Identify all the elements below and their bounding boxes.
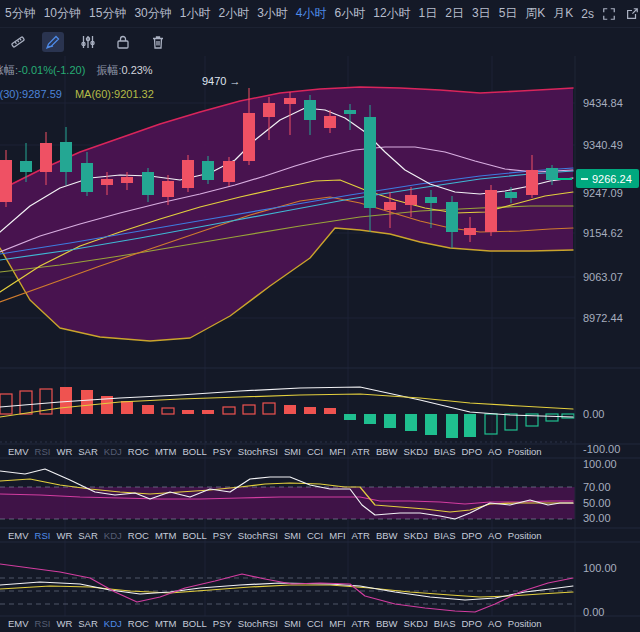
drawing-toolbar (0, 28, 575, 55)
indicator-tab[interactable]: SMI (284, 446, 301, 457)
indicator-tab[interactable]: BIAS (434, 530, 456, 541)
indicator-tab[interactable]: MTM (155, 618, 177, 629)
indicator-tab[interactable]: SMI (284, 618, 301, 629)
indicator-tab[interactable]: SAR (78, 618, 98, 629)
timeframe-button[interactable]: 周K (525, 5, 545, 22)
indicator-tab[interactable]: CCI (307, 618, 323, 629)
tune-icon[interactable] (77, 32, 99, 52)
histogram-bar (344, 414, 356, 420)
pen-icon[interactable] (42, 32, 64, 52)
indicator-tab[interactable]: PSY (213, 618, 232, 629)
indicator-tab[interactable]: ROC (128, 530, 149, 541)
histogram-bar (142, 405, 154, 414)
indicator-tab[interactable]: DPO (462, 530, 483, 541)
axis-label: 9340.49 (583, 139, 623, 151)
indicator-tab[interactable]: BIAS (434, 618, 456, 629)
indicator-tab[interactable]: WR (56, 446, 72, 457)
indicator-tab[interactable]: Position (508, 446, 542, 457)
amplitude-label: 振幅: (96, 64, 121, 76)
indicator-tab[interactable]: KDJ (104, 530, 122, 541)
timeframe-button[interactable]: 2s (581, 7, 594, 21)
timeframe-button[interactable]: 30分钟 (134, 5, 171, 22)
indicator-tab[interactable]: BBW (376, 446, 398, 457)
indicator-tab[interactable]: BOLL (183, 446, 207, 457)
indicator-tab[interactable]: KDJ (104, 446, 122, 457)
indicator-tab[interactable]: ATR (352, 446, 370, 457)
timeframe-button[interactable]: 3小时 (257, 5, 288, 22)
indicator-tab[interactable]: CCI (307, 446, 323, 457)
timeframe-button[interactable]: 2日 (445, 5, 464, 22)
indicator-tab[interactable]: BIAS (434, 446, 456, 457)
indicator-tab[interactable]: AO (488, 618, 502, 629)
axis-label: 30.00 (583, 512, 611, 524)
timeframe-button[interactable]: 月K (553, 5, 573, 22)
indicator-tab[interactable]: RSI (35, 446, 51, 457)
indicator-tab[interactable]: BOLL (183, 618, 207, 629)
indicator-tab[interactable]: SKDJ (404, 530, 428, 541)
axis-label: 9434.84 (583, 97, 623, 109)
indicator-tab[interactable]: SAR (78, 530, 98, 541)
indicator-tab[interactable]: ATR (352, 530, 370, 541)
indicator-tab[interactable]: MTM (155, 530, 177, 541)
indicator-tab[interactable]: SAR (78, 446, 98, 457)
histogram-bar (425, 414, 437, 435)
indicator-tab[interactable]: ATR (352, 618, 370, 629)
indicator-tab[interactable]: DPO (462, 618, 483, 629)
indicator-tab[interactable]: EMV (8, 446, 29, 457)
indicator-tab[interactable]: EMV (8, 530, 29, 541)
timeframe-button[interactable]: 15分钟 (89, 5, 126, 22)
indicator-tab[interactable]: Position (508, 530, 542, 541)
histogram-bar (364, 414, 376, 424)
trash-icon[interactable] (147, 32, 169, 52)
timeframe-button[interactable]: 12小时 (373, 5, 410, 22)
indicator-tab[interactable]: MTM (155, 446, 177, 457)
timeframe-button[interactable]: 3日 (472, 5, 491, 22)
lock-icon[interactable] (112, 32, 134, 52)
histogram-bar (263, 403, 275, 414)
timeframe-button[interactable]: 6小时 (335, 5, 366, 22)
price-annotation: 9470 → (202, 75, 241, 87)
histogram-bar (60, 387, 72, 414)
indicator-tab[interactable]: RSI (35, 618, 51, 629)
indicator-tab[interactable]: Position (508, 618, 542, 629)
indicator-tab[interactable]: WR (56, 618, 72, 629)
indicator-tab[interactable]: PSY (213, 530, 232, 541)
timeframe-button[interactable]: 4小时 (296, 5, 327, 22)
timeframe-toolbar: 5分钟10分钟15分钟30分钟1小时2小时3小时4小时6小时12小时1日2日3日… (0, 0, 640, 28)
indicator-tab[interactable]: MFI (329, 446, 345, 457)
fullscreen-icon[interactable] (602, 6, 616, 22)
timeframe-button[interactable]: 5日 (499, 5, 518, 22)
indicator-tab[interactable]: SMI (284, 530, 301, 541)
indicator-tab[interactable]: AO (488, 446, 502, 457)
indicator-tab[interactable]: MFI (329, 530, 345, 541)
indicator-tab[interactable]: ROC (128, 618, 149, 629)
indicator-tab[interactable]: SKDJ (404, 618, 428, 629)
ruler-icon[interactable] (7, 32, 29, 52)
timeframe-button[interactable]: 1小时 (180, 5, 211, 22)
timeframe-button[interactable]: 10分钟 (44, 5, 81, 22)
timeframe-button[interactable]: 2小时 (218, 5, 249, 22)
indicator-tab[interactable]: ROC (128, 446, 149, 457)
indicator-tab[interactable]: WR (56, 530, 72, 541)
indicator-tab[interactable]: SKDJ (404, 446, 428, 457)
indicator-tab[interactable]: PSY (213, 446, 232, 457)
indicator-tab[interactable]: AO (488, 530, 502, 541)
timeframe-button[interactable]: 1日 (419, 5, 438, 22)
indicator-tab[interactable]: StochRSI (238, 530, 278, 541)
indicator-tab[interactable]: CCI (307, 530, 323, 541)
histogram-bar (182, 410, 194, 414)
indicator-tab[interactable]: RSI (35, 530, 51, 541)
indicator-tab[interactable]: BOLL (183, 530, 207, 541)
indicator-tab[interactable]: StochRSI (238, 446, 278, 457)
indicator-tab-row: EMVRSIWRSARKDJROCMTMBOLLPSYStochRSISMICC… (0, 444, 575, 458)
indicator-tab[interactable]: KDJ (104, 618, 122, 629)
indicator-tab[interactable]: EMV (8, 618, 29, 629)
timeframe-button[interactable]: 5分钟 (5, 5, 36, 22)
axis-label: 100.00 (583, 562, 617, 574)
indicator-tab[interactable]: BBW (376, 530, 398, 541)
indicator-tab[interactable]: StochRSI (238, 618, 278, 629)
indicator-tab[interactable]: BBW (376, 618, 398, 629)
indicator-tab[interactable]: DPO (462, 446, 483, 457)
indicator-tab[interactable]: MFI (329, 618, 345, 629)
popout-icon[interactable] (625, 6, 639, 22)
